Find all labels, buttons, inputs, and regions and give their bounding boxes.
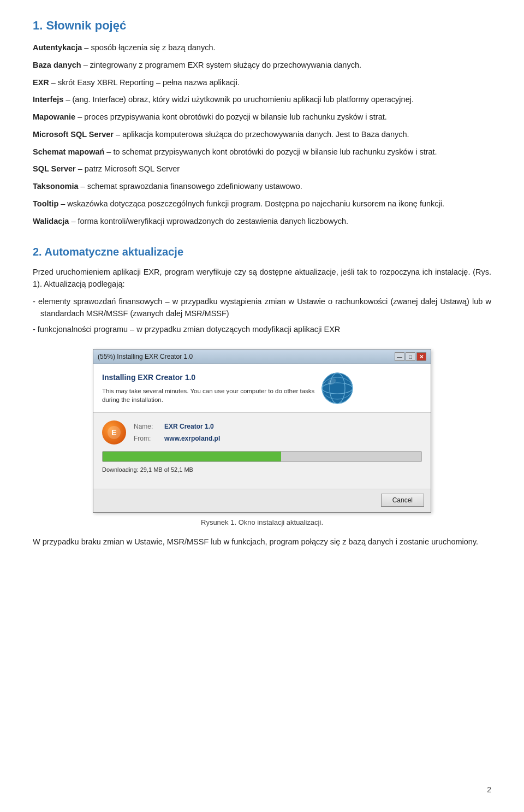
installer-info-row: E Name: EXR Creator 1.0 From: www.exrpol… xyxy=(102,420,422,444)
maximize-button[interactable]: □ xyxy=(406,352,415,361)
from-value: www.exrpoland.pl xyxy=(164,434,220,443)
term-microsoft-sql: Microsoft SQL Server – aplikacja kompute… xyxy=(33,129,491,141)
section1-heading: 1. Słownik pojęć xyxy=(33,16,491,34)
term-autentykacja: Autentykacja – sposób łączenia się z baz… xyxy=(33,42,491,54)
term-exr: EXR – skrót Easy XBRL Reporting – pełna … xyxy=(33,77,491,89)
installer-body: E Name: EXR Creator 1.0 From: www.exrpol… xyxy=(93,413,431,489)
from-label: From: xyxy=(134,434,160,443)
progress-bar-container xyxy=(102,451,422,462)
page-number: 2 xyxy=(487,784,491,796)
from-line: From: www.exrpoland.pl xyxy=(134,434,220,443)
figure-caption: Rysunek 1. Okno instalacji aktualizacji. xyxy=(201,517,323,528)
name-value: EXR Creator 1.0 xyxy=(164,422,214,431)
name-label: Name: xyxy=(134,422,160,431)
name-line: Name: EXR Creator 1.0 xyxy=(134,422,220,431)
term-sql-server: SQL Server – patrz Microsoft SQL Server xyxy=(33,163,491,175)
titlebar-buttons[interactable]: — □ ✕ xyxy=(395,352,426,361)
section2-footer: W przypadku braku zmian w Ustawie, MSR/M… xyxy=(33,536,491,548)
section2-heading: 2. Automatyczne aktualizacje xyxy=(33,244,491,260)
installer-header-desc: This may take several minutes. You can u… xyxy=(102,387,314,404)
installer-info-text: Name: EXR Creator 1.0 From: www.exrpolan… xyxy=(134,422,220,443)
installer-orange-icon: E xyxy=(102,420,126,444)
list-item-1: elementy sprawozdań finansowych – w przy… xyxy=(33,296,491,320)
installer-window: (55%) Installing EXR Creator 1.0 — □ ✕ I… xyxy=(93,349,431,513)
term-tooltip: Tooltip – wskazówka dotycząca poszczegól… xyxy=(33,198,491,210)
section2-intro: Przed uruchomieniem aplikacji EXR, progr… xyxy=(33,266,491,291)
term-baza-danych: Baza danych – zintegrowany z programem E… xyxy=(33,60,491,72)
close-button[interactable]: ✕ xyxy=(416,352,426,361)
term-interfejs: Interfejs – (ang. Interface) obraz, któr… xyxy=(33,94,491,106)
installer-header-title: Installing EXR Creator 1.0 xyxy=(102,372,314,383)
list-item-2: funkcjonalności programu – w przypadku z… xyxy=(33,324,491,336)
installer-header: Installing EXR Creator 1.0 This may take… xyxy=(93,364,431,413)
installer-globe-icon xyxy=(321,372,354,405)
installer-title-text: (55%) Installing EXR Creator 1.0 xyxy=(98,352,193,361)
package-icon: E xyxy=(106,425,122,440)
installer-header-text: Installing EXR Creator 1.0 This may take… xyxy=(102,372,314,404)
minimize-button[interactable]: — xyxy=(395,352,404,361)
installer-footer: Cancel xyxy=(93,489,431,512)
progress-text: Downloading: 29,1 MB of 52,1 MB xyxy=(102,465,422,475)
term-taksonomia: Taksonomia – schemat sprawozdania finans… xyxy=(33,181,491,193)
term-walidacja: Walidacja – forma kontroli/weryfikacji w… xyxy=(33,216,491,228)
figure-installer: (55%) Installing EXR Creator 1.0 — □ ✕ I… xyxy=(93,349,431,527)
svg-text:E: E xyxy=(111,428,116,437)
progress-bar-fill xyxy=(103,452,281,461)
term-mapowanie: Mapowanie – proces przypisywania kont ob… xyxy=(33,111,491,123)
installer-titlebar: (55%) Installing EXR Creator 1.0 — □ ✕ xyxy=(93,349,431,364)
cancel-button[interactable]: Cancel xyxy=(381,494,424,507)
term-schemat-mapowań: Schemat mapowań – to schemat przypisywan… xyxy=(33,146,491,158)
